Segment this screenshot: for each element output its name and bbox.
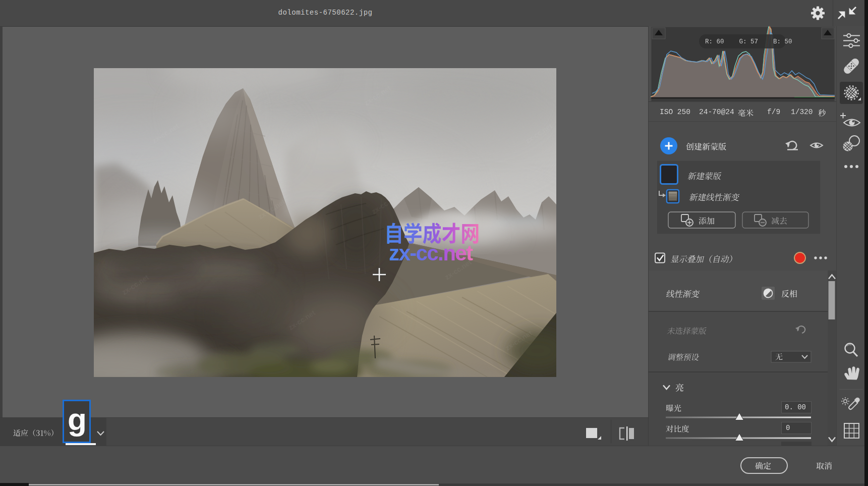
svg-text:zx-cc.net: zx-cc.net [389,241,473,265]
